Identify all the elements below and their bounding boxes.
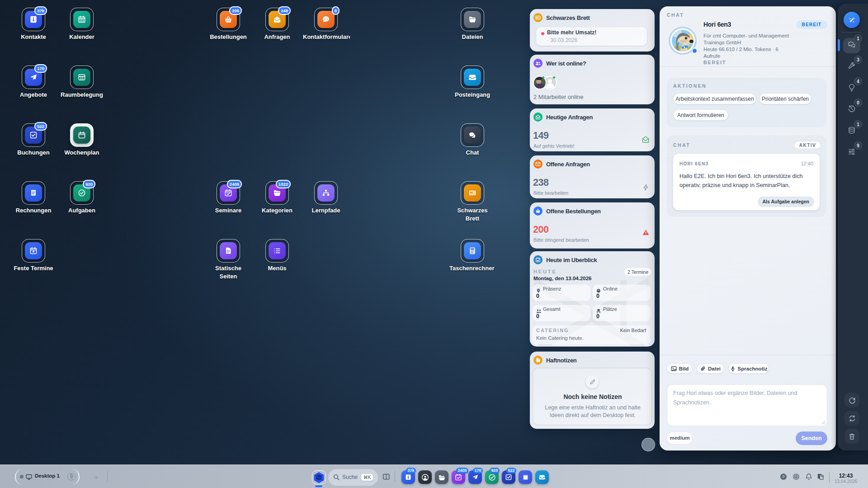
svg-text:?: ? xyxy=(782,474,785,479)
